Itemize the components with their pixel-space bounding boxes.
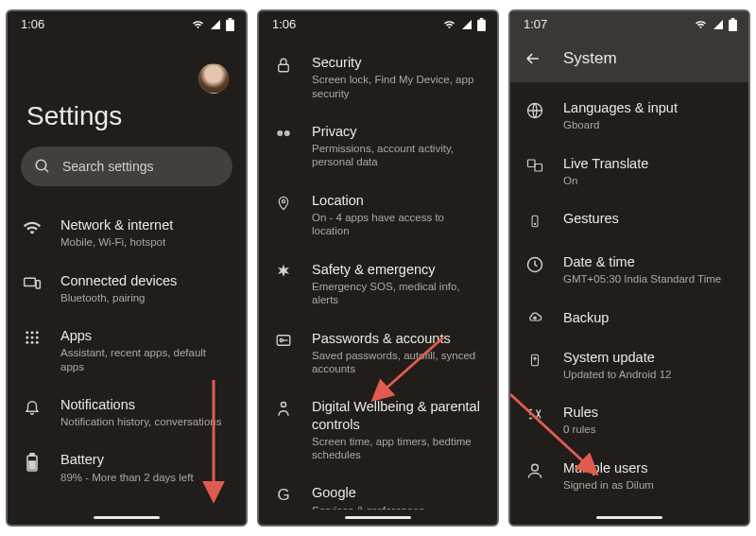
svg-rect-43 xyxy=(731,18,735,20)
svg-point-9 xyxy=(26,337,28,339)
status-bar: 1:06 xyxy=(259,11,497,35)
item-system-update[interactable]: System updateUpdated to Android 12 xyxy=(510,337,748,393)
nav-bar[interactable] xyxy=(8,510,246,525)
item-label: Battery xyxy=(60,451,231,468)
svg-point-10 xyxy=(31,337,34,339)
screen-system: 1:07 System Languages & inputGboard Live… xyxy=(508,9,750,527)
svg-rect-17 xyxy=(29,461,35,469)
item-safety-emergency[interactable]: Safety & emergencyEmergency SOS, medical… xyxy=(259,250,497,319)
svg-rect-25 xyxy=(279,64,289,72)
clock: 1:06 xyxy=(21,17,44,31)
svg-point-33 xyxy=(282,403,286,407)
battery-icon xyxy=(226,18,234,31)
search-icon xyxy=(34,158,51,175)
item-label: Gestures xyxy=(563,210,733,227)
item-connected-devices[interactable]: Connected devicesBluetooth, pairing xyxy=(8,261,246,317)
profile-avatar[interactable] xyxy=(198,63,229,94)
status-bar: 1:06 xyxy=(8,11,246,35)
settings-list: SecurityScreen lock, Find My Device, app… xyxy=(259,35,497,510)
back-icon[interactable] xyxy=(524,49,542,68)
item-storage[interactable]: Storage18% used - 105 GB free xyxy=(8,495,246,510)
item-sub: Permissions, account activity, personal … xyxy=(312,142,482,169)
key-icon xyxy=(272,332,295,349)
item-gestures[interactable]: Gestures xyxy=(510,199,748,242)
item-label: Passwords & accounts xyxy=(312,330,482,347)
item-label: Rules xyxy=(563,404,733,421)
item-label: Security xyxy=(312,54,482,71)
item-security[interactable]: SecurityScreen lock, Find My Device, app… xyxy=(259,43,497,112)
signal-icon xyxy=(460,19,473,30)
item-sub: Updated to Android 12 xyxy=(563,368,733,381)
item-label: Apps xyxy=(60,327,231,344)
item-label: Backup xyxy=(563,309,733,326)
item-label: Google xyxy=(312,484,482,501)
svg-point-6 xyxy=(26,331,28,334)
item-apps[interactable]: AppsAssistant, recent apps, default apps xyxy=(8,316,246,385)
svg-point-14 xyxy=(36,341,39,344)
item-network-internet[interactable]: Network & internetMobile, Wi-Fi, hotspot xyxy=(8,205,246,261)
item-multiple-users[interactable]: Multiple usersSigned in as Dilum xyxy=(510,448,748,504)
item-passwords-accounts[interactable]: Passwords & accountsSaved passwords, aut… xyxy=(259,319,497,388)
header-title: System xyxy=(563,49,617,68)
item-sub: GMT+05:30 India Standard Time xyxy=(563,272,733,285)
item-date-time[interactable]: Date & timeGMT+05:30 India Standard Time xyxy=(510,242,748,298)
item-sub: Emergency SOS, medical info, alerts xyxy=(312,280,482,307)
svg-point-8 xyxy=(36,331,39,334)
item-battery[interactable]: Battery89% - More than 2 days left xyxy=(8,440,246,495)
item-languages-input[interactable]: Languages & inputGboard xyxy=(510,88,748,144)
svg-rect-46 xyxy=(535,164,542,171)
svg-rect-45 xyxy=(528,160,536,167)
gestures-icon xyxy=(524,212,546,231)
svg-point-11 xyxy=(36,337,39,339)
signal-icon xyxy=(712,19,725,30)
status-icons xyxy=(191,18,234,31)
item-privacy[interactable]: PrivacyPermissions, account activity, pe… xyxy=(259,112,497,181)
item-sub: Screen time, app timers, bedtime schedul… xyxy=(312,435,482,462)
item-rules[interactable]: Rules0 rules xyxy=(510,392,748,448)
status-icons xyxy=(442,18,486,31)
privacy-icon xyxy=(272,125,295,142)
wifi-icon xyxy=(694,19,708,30)
svg-line-3 xyxy=(44,168,48,172)
svg-point-51 xyxy=(532,464,539,471)
screen-settings-scrolled: 1:06 SecurityScreen lock, Find My Device… xyxy=(257,9,499,527)
svg-point-13 xyxy=(31,341,34,344)
wifi-icon xyxy=(21,218,43,237)
svg-rect-23 xyxy=(477,19,486,30)
svg-rect-42 xyxy=(729,19,737,30)
item-sub: Screen lock, Find My Device, app securit… xyxy=(312,73,482,100)
item-developer-options[interactable]: { } Developer options xyxy=(510,503,748,510)
nav-bar[interactable] xyxy=(259,510,497,525)
svg-rect-1 xyxy=(229,18,232,20)
svg-point-7 xyxy=(31,331,34,334)
backup-icon xyxy=(524,311,546,326)
item-label: Location xyxy=(312,192,482,209)
item-sub: Mobile, Wi-Fi, hotspot xyxy=(60,235,231,249)
item-google[interactable]: G GoogleServices & preferences xyxy=(259,473,497,510)
search-input[interactable]: Search settings xyxy=(21,147,232,186)
update-icon xyxy=(524,351,546,370)
system-list: Languages & inputGboard Live TranslateOn… xyxy=(510,82,748,510)
item-label: Multiple users xyxy=(563,459,733,476)
svg-rect-4 xyxy=(25,278,36,285)
item-live-translate[interactable]: Live TranslateOn xyxy=(510,144,748,199)
item-digital-wellbeing[interactable]: Digital Wellbeing & parental controlsScr… xyxy=(259,387,497,473)
status-icons xyxy=(694,18,737,31)
item-label: Live Translate xyxy=(563,155,733,172)
location-icon xyxy=(272,194,295,213)
emergency-icon xyxy=(272,263,295,280)
item-sub: 0 rules xyxy=(563,423,733,436)
google-icon: G xyxy=(272,486,295,505)
svg-point-29 xyxy=(286,132,288,134)
item-label: Notifications xyxy=(60,396,231,413)
item-label: Privacy xyxy=(312,123,482,140)
nav-bar[interactable] xyxy=(510,510,748,525)
item-location[interactable]: LocationOn - 4 apps have access to locat… xyxy=(259,181,497,250)
item-sub: Bluetooth, pairing xyxy=(60,291,231,304)
settings-list: Network & internetMobile, Wi-Fi, hotspot… xyxy=(8,203,246,510)
item-label: System update xyxy=(563,349,733,366)
item-sub: Signed in as Dilum xyxy=(563,478,733,492)
item-backup[interactable]: Backup xyxy=(510,298,748,337)
signal-icon xyxy=(209,19,222,30)
item-notifications[interactable]: NotificationsNotification history, conve… xyxy=(8,385,246,441)
